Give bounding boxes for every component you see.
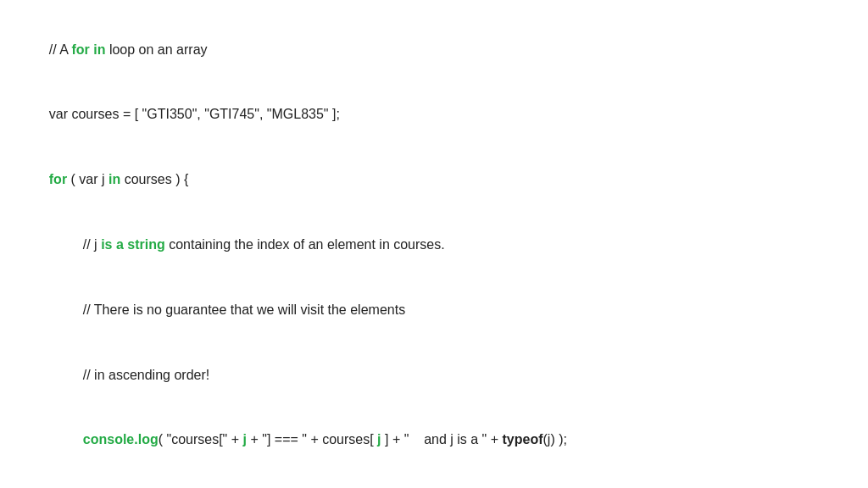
keyword-for-2: for xyxy=(49,172,67,186)
console-log-text: console.log xyxy=(83,432,159,446)
var-courses-line: var courses = [ "GTI350", "GTI745", "MGL… xyxy=(34,82,834,147)
comment-j-string: // j is a string containing the index of… xyxy=(68,212,834,277)
console-mid2: ] + " and j is a " + xyxy=(381,432,503,446)
keyword-in: in xyxy=(108,172,120,186)
comment-prefix: // A xyxy=(49,42,72,57)
comment-no-guarantee: // There is no guarantee that we will vi… xyxy=(68,277,834,342)
comment-ascending: // in ascending order! xyxy=(68,342,834,408)
close-brace-line: } xyxy=(34,472,834,488)
for-loop-line: for ( var j in courses ) { xyxy=(34,147,834,213)
code-block: // A for in loop on an array var courses… xyxy=(34,17,834,488)
comment-line-1: // A for in loop on an array xyxy=(34,17,834,82)
console-mid1: + "] === " + courses[ xyxy=(247,432,377,446)
keyword-for: for in xyxy=(71,42,105,57)
for-suffix: courses ) { xyxy=(120,172,188,186)
console-log-line: console.log( "courses[" + j + "] === " +… xyxy=(68,408,834,473)
comment-j-prefix: // j xyxy=(83,237,101,252)
console-args: ( "courses[" + xyxy=(159,432,243,446)
comment-j-suffix: containing the index of an element in co… xyxy=(165,237,445,252)
comment-suffix: loop on an array xyxy=(105,42,207,57)
j-string-highlight: is a string xyxy=(101,237,165,252)
for-prefix: ( var j xyxy=(67,172,108,186)
console-end: (j) ); xyxy=(543,432,567,446)
var-courses-text: var courses = [ "GTI350", "GTI745", "MGL… xyxy=(49,107,340,121)
typeof-keyword: typeof xyxy=(503,432,543,446)
